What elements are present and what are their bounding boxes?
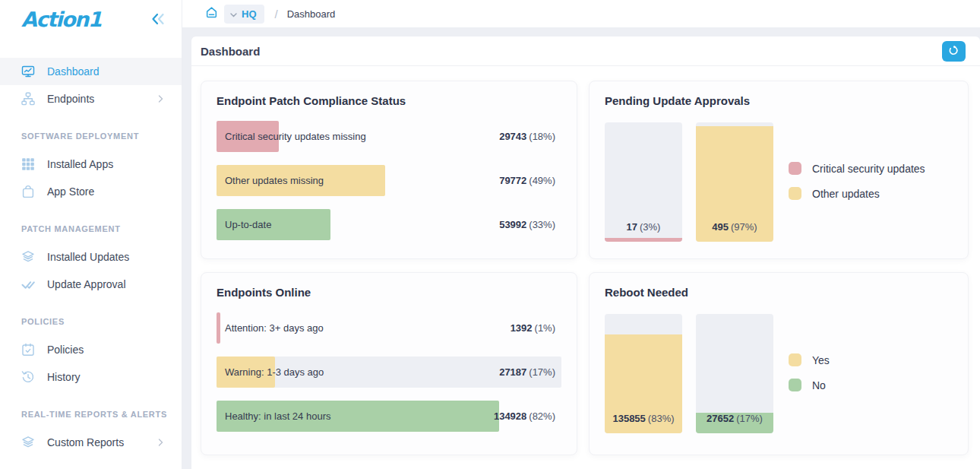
- panel-header: Dashboard: [191, 36, 980, 66]
- bar-label: Healthy: in last 24 hours: [225, 410, 330, 422]
- sidebar-item-installed-updates[interactable]: Installed Updates: [0, 243, 182, 271]
- bar-label: Up-to-date: [225, 219, 271, 230]
- bar-value: 79772(49%): [499, 175, 561, 186]
- bar-row-other-missing[interactable]: Other updates missing 79772(49%): [217, 165, 561, 196]
- legend-swatch: [789, 353, 801, 366]
- legend-item: Yes: [789, 353, 830, 366]
- sidebar-section-realtime-reports: REAL-TIME REPORTS & ALERTS: [0, 391, 182, 429]
- dashboard-icon: [21, 65, 35, 78]
- page-title: Dashboard: [201, 45, 260, 58]
- bar-row-healthy[interactable]: Healthy: in last 24 hours 134928(82%): [217, 401, 561, 432]
- bar-value: 134928(82%): [494, 410, 561, 422]
- chevron-down-icon: [230, 7, 237, 21]
- sidebar-item-label: Dashboard: [47, 65, 100, 78]
- sidebar-item-custom-reports[interactable]: Custom Reports: [0, 429, 182, 456]
- home-breadcrumb-button[interactable]: [205, 6, 218, 21]
- card-patch-compliance: Endpoint Patch Compliance Status Critica…: [201, 81, 577, 259]
- sidebar-item-dashboard[interactable]: Dashboard: [0, 58, 182, 85]
- sidebar-section-policies: POLICIES: [0, 298, 182, 336]
- sidebar-item-history[interactable]: History: [0, 363, 182, 391]
- chevrons-left-icon: [151, 13, 165, 25]
- sidebar-item-installed-apps[interactable]: Installed Apps: [0, 151, 182, 178]
- card-title: Endpoints Online: [217, 286, 561, 299]
- column-fill: [605, 238, 682, 242]
- sidebar-item-label: Endpoints: [47, 93, 94, 105]
- shopping-bag-icon: [21, 185, 35, 198]
- bar-row-warning[interactable]: Warning: 1-3 days ago 27187(17%): [217, 357, 561, 388]
- legend-label: Other updates: [812, 188, 880, 200]
- bar-label: Warning: 1-3 days ago: [225, 366, 324, 378]
- bar-label: Other updates missing: [225, 175, 324, 186]
- legend-swatch: [789, 187, 801, 200]
- bar-row-up-to-date[interactable]: Up-to-date 53992(33%): [217, 209, 561, 240]
- sidebar-item-label: Installed Updates: [47, 251, 129, 263]
- breadcrumb-page: Dashboard: [287, 8, 336, 20]
- sidebar-item-endpoints[interactable]: Endpoints: [0, 85, 182, 112]
- org-selector[interactable]: HQ: [224, 5, 264, 24]
- sidebar-item-label: App Store: [47, 185, 94, 198]
- refresh-button[interactable]: [942, 41, 966, 62]
- card-reboot-needed: Reboot Needed 135855(83%) 27652(17%): [589, 272, 969, 455]
- legend-item: Other updates: [789, 187, 925, 200]
- layers-icon: [21, 436, 35, 449]
- column-reboot-yes[interactable]: 135855(83%): [605, 314, 682, 433]
- column-value: 27652(17%): [696, 413, 773, 424]
- chart-legend: Critical security updates Other updates: [789, 162, 925, 200]
- app-viewport: Action1: [0, 0, 980, 469]
- legend-label: Critical security updates: [812, 163, 925, 175]
- column-chart: 17(3%) 495(97%): [605, 122, 773, 242]
- card-pending-approvals: Pending Update Approvals 17(3%) 495(97%): [589, 81, 969, 259]
- column-critical-updates[interactable]: 17(3%): [605, 122, 682, 242]
- chart-legend: Yes No: [789, 353, 830, 391]
- card-title: Endpoint Patch Compliance Status: [217, 94, 561, 108]
- sidebar-item-label: Policies: [47, 344, 84, 356]
- sidebar-item-label: Custom Reports: [47, 436, 124, 448]
- column-value: 135855(83%): [605, 413, 682, 424]
- double-check-icon: [21, 277, 35, 291]
- sidebar-nav: Dashboard Endpoints SOFTWARE DEPLOYMENT: [0, 58, 182, 456]
- column-value: 17(3%): [605, 221, 682, 233]
- sidebar-section-software-deployment: SOFTWARE DEPLOYMENT: [0, 112, 182, 151]
- sidebar-item-label: History: [47, 371, 81, 383]
- refresh-icon: [948, 45, 959, 59]
- card-endpoints-online: Endpoints Online Attention: 3+ days ago …: [201, 272, 577, 455]
- bar-row-critical-missing[interactable]: Critical security updates missing 29743(…: [217, 121, 561, 152]
- legend-item: Critical security updates: [789, 162, 925, 175]
- bar-fill: [217, 312, 220, 344]
- sidebar-item-label: Installed Apps: [47, 158, 113, 170]
- sidebar-item-label: Update Approval: [47, 278, 126, 290]
- action1-logo[interactable]: Action1: [21, 8, 101, 31]
- legend-swatch: [789, 379, 801, 391]
- bar-label: Attention: 3+ days ago: [225, 322, 324, 334]
- legend-swatch: [789, 162, 801, 175]
- home-icon: [205, 6, 218, 21]
- bar-label: Critical security updates missing: [225, 131, 366, 142]
- breadcrumb-separator: /: [275, 8, 278, 21]
- column-value: 495(97%): [696, 221, 773, 233]
- bar-row-attention[interactable]: Attention: 3+ days ago 1392(1%): [217, 312, 561, 344]
- history-clock-icon: [21, 370, 35, 384]
- column-reboot-no[interactable]: 27652(17%): [696, 314, 773, 433]
- breadcrumb-bar: HQ / Dashboard: [182, 0, 980, 27]
- chevron-right-icon: [158, 439, 163, 446]
- dashboard-cards: Endpoint Patch Compliance Status Critica…: [191, 66, 980, 455]
- main-panel: Dashboard Endpoint Patch Compliance Stat…: [191, 36, 980, 469]
- sidebar-item-update-approval[interactable]: Update Approval: [0, 271, 182, 298]
- sidebar-item-app-store[interactable]: App Store: [0, 178, 182, 205]
- sidebar-section-patch-management: PATCH MANAGEMENT: [0, 205, 182, 243]
- bar-value: 1392(1%): [511, 322, 561, 334]
- bar-value: 29743(18%): [499, 131, 561, 142]
- legend-item: No: [789, 379, 830, 391]
- column-other-updates[interactable]: 495(97%): [696, 122, 773, 242]
- sidebar-item-policies[interactable]: Policies: [0, 336, 182, 363]
- column-chart: 135855(83%) 27652(17%): [605, 314, 773, 433]
- sidebar-collapse-button[interactable]: [151, 13, 165, 25]
- legend-label: Yes: [812, 354, 830, 366]
- legend-label: No: [812, 379, 826, 391]
- bar-value: 27187(17%): [499, 366, 561, 378]
- bar-value: 53992(33%): [499, 219, 561, 230]
- sidebar: Action1: [0, 0, 182, 469]
- apps-grid-icon: [21, 157, 35, 171]
- chevron-right-icon: [158, 95, 163, 103]
- calendar-check-icon: [21, 343, 35, 357]
